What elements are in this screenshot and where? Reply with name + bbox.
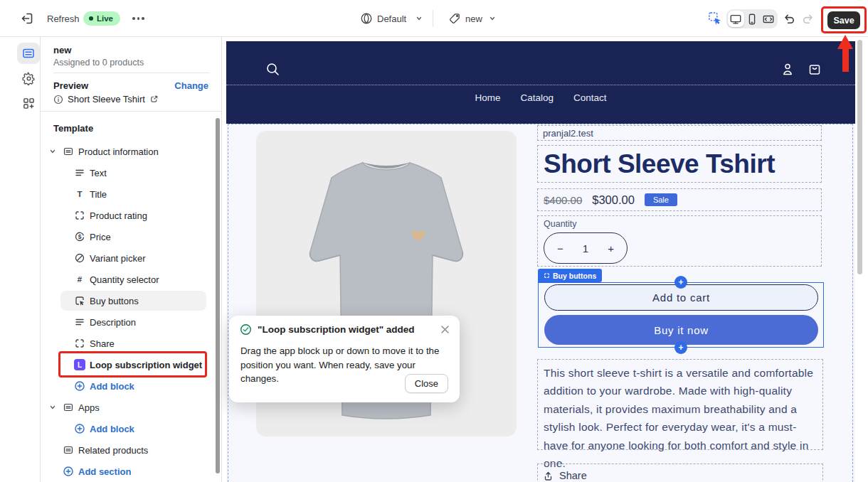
share-label: Share [559,470,587,481]
tree-item-label: Title [90,189,107,200]
tree-item-quantity-selector[interactable]: # Quantity selector [41,269,216,290]
section-icon [63,146,74,157]
tree-item-related-products[interactable]: Related products [41,439,216,461]
chevron-down-icon [416,15,423,22]
close-icon[interactable] [440,325,450,334]
gear-icon [22,72,36,85]
tree-item-label: Buy buttons [90,296,139,306]
refresh-button[interactable]: Refresh [47,14,80,24]
tree-item-buy-buttons[interactable]: Buy buttons [41,290,216,311]
add-section-button[interactable]: Add section [41,461,216,482]
external-link-icon [149,95,159,104]
add-block-above-button[interactable]: + [674,276,687,289]
app-block-icon [74,210,85,221]
chevron-down-icon[interactable] [49,148,56,155]
add-block-button[interactable]: Add block [41,375,216,397]
store-header: Home Catalog Contact [226,41,855,124]
device-preview-group [726,9,778,28]
preview-scrollbar[interactable] [857,40,862,274]
chevron-down-icon [489,15,496,22]
change-preview-link[interactable]: Change [174,80,208,91]
mobile-preview-button[interactable] [744,11,761,27]
tree-item-description[interactable]: Description [41,311,216,333]
theme-settings-rail-button[interactable] [17,68,40,89]
product-title[interactable]: Short Sleeve Tshirt [537,145,822,183]
theme-editor-window: Refresh Live Default new [0,0,868,482]
undo-button[interactable] [783,12,796,26]
section-icon [63,444,74,456]
tree-item-product-rating[interactable]: Product rating [41,205,216,226]
toast-close-button[interactable]: Close [405,374,448,393]
template-name: new [53,45,71,55]
tree-item-variant-picker[interactable]: Variant picker [41,247,216,269]
editor-rail [0,37,41,482]
plus-circle-icon [74,380,85,392]
section-selection-border [228,124,852,124]
quantity-decrease-button[interactable]: − [557,242,563,255]
theme-selector[interactable]: Default [377,14,406,24]
assigned-products-text: Assigned to 0 products [53,58,144,68]
tree-item-loop-subscription-widget[interactable]: L Loop subscription widget [41,354,216,375]
header-section-divider [226,85,855,85]
desktop-icon [729,13,742,26]
chevron-down-icon[interactable] [49,404,56,411]
product-section: pranjal2.test Short Sleeve Tshirt $400.0… [226,124,855,482]
share-block[interactable]: Share [537,464,823,482]
preview-product-name: Short Sleeve Tshirt [68,94,145,105]
redo-button[interactable] [801,12,815,26]
buy-buttons-selection-badge: Buy buttons [538,269,602,282]
price-sale: $300.00 [592,193,635,207]
apps-icon [22,97,36,110]
buy-buttons-icon [74,295,85,306]
success-check-icon [240,323,252,336]
nav-link-catalog[interactable]: Catalog [520,92,554,103]
nav-link-contact[interactable]: Contact [573,92,607,103]
tree-item-text[interactable]: Text [41,162,216,183]
preview-product-row[interactable]: Short Sleeve Tshirt [53,94,159,105]
search-icon[interactable] [265,61,280,77]
tree-item-label: Share [90,338,115,349]
more-options-button[interactable] [132,17,144,20]
tree-item-product-information[interactable]: Product information [41,141,216,162]
tree-item-price[interactable]: $ Price [41,226,216,247]
panel-scrollbar[interactable] [216,118,220,473]
app-block-icon [544,272,550,279]
tree-item-label: Description [90,317,136,328]
panel-divider [53,73,209,73]
buy-it-now-button[interactable]: Buy it now [544,315,818,345]
add-block-below-button[interactable]: + [674,341,687,354]
svg-text:$: $ [78,233,82,240]
nav-link-home[interactable]: Home [475,92,500,103]
cart-icon[interactable] [807,61,822,77]
product-description[interactable]: This short sleeve t-shirt is a versatile… [537,359,823,450]
tree-item-title[interactable]: T Title [41,183,216,205]
desktop-preview-button[interactable] [728,11,744,27]
fullscreen-preview-button[interactable] [760,11,776,27]
tree-item-label: Apps [78,402,100,413]
product-price-block[interactable]: $400.00 $300.00 Sale [537,188,822,211]
quantity-block[interactable]: Quantity − 1 + [537,215,822,267]
template-selector[interactable]: new [465,14,482,24]
topbar: Refresh Live Default new [0,0,868,37]
live-status-badge: Live [83,11,120,26]
save-button[interactable]: Save [827,11,860,29]
text-icon [74,167,85,178]
account-icon[interactable] [780,61,795,77]
app-embeds-rail-button[interactable] [17,92,40,114]
tree-item-label: Related products [78,445,148,456]
tree-item-share[interactable]: Share [41,333,216,354]
add-block-button[interactable]: Add block [41,418,216,439]
sections-rail-button[interactable] [17,43,40,64]
product-vendor[interactable]: pranjal2.test [537,125,822,141]
live-dot-icon [89,16,93,21]
store-frame: Home Catalog Contact pranjal2.te [226,41,855,482]
quantity-increase-button[interactable]: + [608,242,614,255]
exit-icon [20,11,34,26]
inspector-toggle-button[interactable] [708,11,723,26]
template-tag-icon [448,12,461,25]
tree-item-apps[interactable]: Apps [41,397,216,418]
fullscreen-icon [762,13,775,26]
plus-circle-icon [74,423,85,434]
tree-item-label: Product information [78,146,159,157]
exit-editor-button[interactable] [20,11,34,26]
